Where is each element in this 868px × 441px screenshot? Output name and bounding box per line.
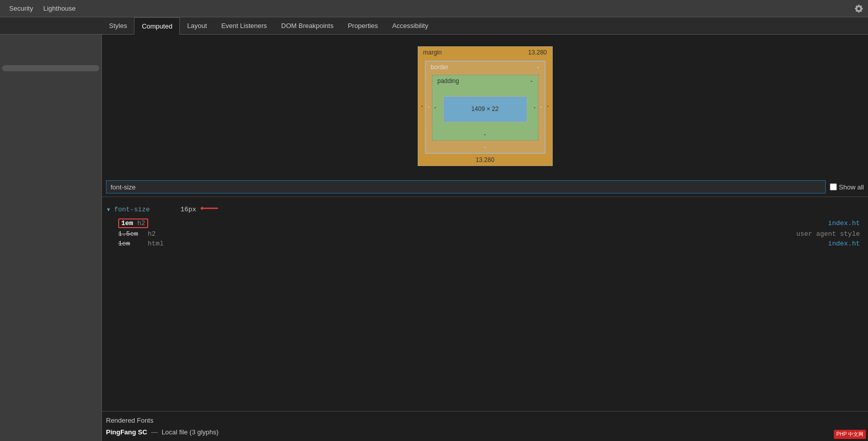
sub-selector-2: html [148, 240, 164, 247]
prop-header[interactable]: ▼ font-size 16px [106, 201, 864, 217]
sub-value-1: 1.5em [118, 230, 144, 238]
rendered-fonts-title: Rendered Fonts [106, 417, 864, 424]
sub-source-0[interactable]: index.ht [828, 219, 864, 227]
sub-selector-1: h2 [148, 230, 156, 238]
main-layout: margin 13.280 13.280 - - border - [0, 35, 868, 441]
top-nav: Security Lighthouse [0, 0, 868, 17]
filter-bar: Show all [102, 177, 868, 197]
show-all-checkbox[interactable] [830, 183, 837, 190]
padding-right-value: - [534, 104, 536, 111]
tab-computed[interactable]: Computed [134, 17, 180, 35]
content-box: 1409 × 22 [443, 96, 527, 122]
show-all-text: Show all [839, 183, 864, 191]
arrow-right-indicator [200, 203, 221, 215]
rendered-fonts-section: Rendered Fonts PingFang SC — Local file … [102, 411, 868, 441]
filter-input[interactable] [106, 180, 826, 194]
highlighted-sub-item: 1em h2 [118, 218, 148, 228]
properties-list: ▼ font-size 16px 1em [102, 197, 868, 411]
border-bottom-value: - [484, 144, 486, 151]
tab-bar: Styles Computed Layout Event Listeners D… [0, 17, 868, 35]
prop-font-size-name: font-size [114, 206, 150, 213]
content-area: margin 13.280 13.280 - - border - [102, 35, 868, 441]
padding-bottom-value: - [484, 131, 486, 138]
sub-value-2: 1em [118, 240, 144, 247]
show-all-label[interactable]: Show all [830, 183, 864, 191]
tab-properties[interactable]: Properties [341, 17, 385, 35]
content-dimensions: 1409 × 22 [471, 105, 499, 113]
nav-lighthouse[interactable]: Lighthouse [38, 3, 81, 14]
padding-top-value: - [531, 77, 533, 85]
border-value: - [537, 64, 539, 71]
margin-top-value: 13.280 [528, 49, 547, 56]
padding-left-value: - [435, 104, 437, 111]
margin-bottom-value: 13.280 [476, 156, 495, 163]
tab-accessibility[interactable]: Accessibility [385, 17, 436, 35]
watermark: PHP 中文网 [834, 430, 866, 439]
margin-label: margin [423, 49, 442, 56]
show-all-container: Show all [830, 183, 864, 191]
rendered-font-separator: — [151, 428, 158, 436]
border-top-row: border - [426, 62, 545, 73]
margin-left-value: - [421, 102, 423, 109]
tab-event-listeners[interactable]: Event Listeners [214, 17, 274, 35]
padding-label: padding [438, 77, 459, 85]
sub-value-0: 1em [121, 219, 133, 227]
rendered-font-detail: Local file (3 glyphs) [161, 428, 219, 436]
red-arrow-icon [200, 203, 221, 213]
tab-styles[interactable]: Styles [102, 17, 134, 35]
border-label: border [431, 64, 449, 71]
box-model-area: margin 13.280 13.280 - - border - [102, 35, 868, 177]
sub-selector-0: h2 [137, 219, 145, 227]
sub-source-2[interactable]: index.ht [828, 240, 864, 247]
rendered-fonts-item-0: PingFang SC — Local file (3 glyphs) [106, 428, 864, 436]
font-size-group: ▼ font-size 16px 1em [102, 201, 868, 249]
svg-marker-1 [200, 206, 203, 210]
padding-top-row: padding - [432, 75, 538, 87]
user-agent-label: user agent style [796, 230, 864, 238]
prop-sub-item-2: 1em html index.ht [106, 239, 864, 249]
sidebar [0, 35, 102, 441]
margin-top-row: margin 13.280 [418, 47, 552, 58]
border-right-value: - [540, 103, 542, 111]
prop-sub-item-1: 1.5em h2 user agent style [106, 229, 864, 239]
settings-icon[interactable] [854, 4, 864, 14]
prop-computed-value: 16px [180, 206, 196, 213]
prop-sub-item-0: 1em h2 index.ht [106, 217, 864, 229]
tab-layout[interactable]: Layout [180, 17, 214, 35]
sidebar-scrollbar[interactable] [2, 65, 99, 71]
rendered-font-name: PingFang SC [106, 428, 147, 436]
margin-right-value: - [547, 102, 549, 109]
nav-security[interactable]: Security [4, 3, 38, 14]
border-left-value: - [428, 103, 430, 111]
tab-dom-breakpoints[interactable]: DOM Breakpoints [274, 17, 341, 35]
prop-expand-arrow: ▼ [106, 207, 111, 212]
